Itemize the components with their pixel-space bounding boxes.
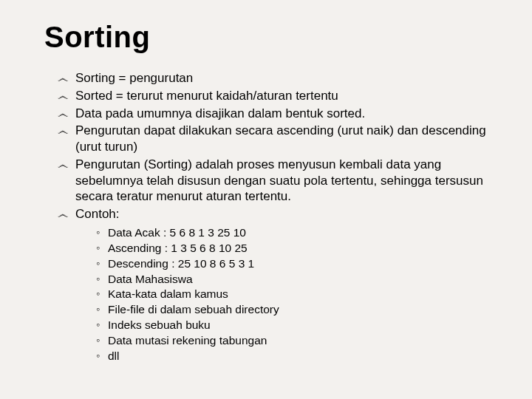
sub-list-item: Data Acak : 5 6 8 1 3 25 10	[96, 225, 495, 241]
swirl-bullet-icon: ෴	[58, 89, 68, 103]
list-item: ෴Sorted = terurut menurut kaidah/aturan …	[61, 88, 495, 104]
sub-list-item-text: Data Acak : 5 6 8 1 3 25 10	[108, 226, 246, 239]
sub-list-item-text: dll	[108, 349, 120, 362]
list-item: ෴Pengurutan (Sorting) adalah proses meny…	[61, 157, 495, 205]
swirl-bullet-icon: ෴	[58, 72, 68, 86]
sub-list-item-text: Data Mahasiswa	[108, 273, 193, 285]
sub-list-item: Ascending : 1 3 5 6 8 10 25	[96, 241, 495, 256]
main-list: ෴Sorting = pengurutan ෴Sorted = terurut …	[44, 70, 495, 222]
list-item-text: Pengurutan (Sorting) adalah proses menyu…	[75, 157, 483, 204]
list-item: ෴Data pada umumnya disajikan dalam bentu…	[61, 106, 495, 122]
sub-list-item: File-file di dalam sebuah directory	[96, 302, 495, 318]
swirl-bullet-icon: ෴	[58, 158, 68, 172]
sub-list-item-text: File-file di dalam sebuah directory	[108, 303, 279, 316]
list-item-text: Sorting = pengurutan	[75, 71, 193, 85]
swirl-bullet-icon: ෴	[58, 107, 68, 121]
list-item: ෴Sorting = pengurutan	[61, 70, 495, 86]
page-title: Sorting	[44, 21, 495, 54]
swirl-bullet-icon: ෴	[58, 208, 68, 222]
sub-list-item: Indeks sebuah buku	[96, 318, 495, 333]
sub-list-item-text: Ascending : 1 3 5 6 8 10 25	[108, 242, 248, 254]
sub-list-item: dll	[96, 349, 495, 364]
sub-list-item-text: Kata-kata dalam kamus	[108, 287, 228, 300]
slide: Sorting ෴Sorting = pengurutan ෴Sorted = …	[0, 0, 532, 379]
sub-list-item-text: Indeks sebuah buku	[108, 318, 211, 331]
list-item: ෴Contoh:	[61, 206, 495, 222]
sub-list-item: Descending : 25 10 8 6 5 3 1	[96, 256, 495, 272]
sub-list-item-text: Descending : 25 10 8 6 5 3 1	[108, 257, 254, 270]
list-item-text: Contoh:	[75, 207, 120, 221]
list-item-text: Pengurutan dapat dilakukan secara ascend…	[75, 123, 486, 154]
sub-list: Data Acak : 5 6 8 1 3 25 10 Ascending : …	[44, 225, 495, 364]
list-item-text: Sorted = terurut menurut kaidah/aturan t…	[75, 89, 338, 103]
sub-list-item: Kata-kata dalam kamus	[96, 287, 495, 302]
sub-list-item-text: Data mutasi rekening tabungan	[108, 334, 267, 347]
sub-list-item: Data mutasi rekening tabungan	[96, 333, 495, 349]
list-item: ෴Pengurutan dapat dilakukan secara ascen…	[61, 123, 495, 155]
list-item-text: Data pada umumnya disajikan dalam bentuk…	[75, 106, 365, 120]
sub-list-item: Data Mahasiswa	[96, 272, 495, 287]
swirl-bullet-icon: ෴	[58, 124, 68, 138]
